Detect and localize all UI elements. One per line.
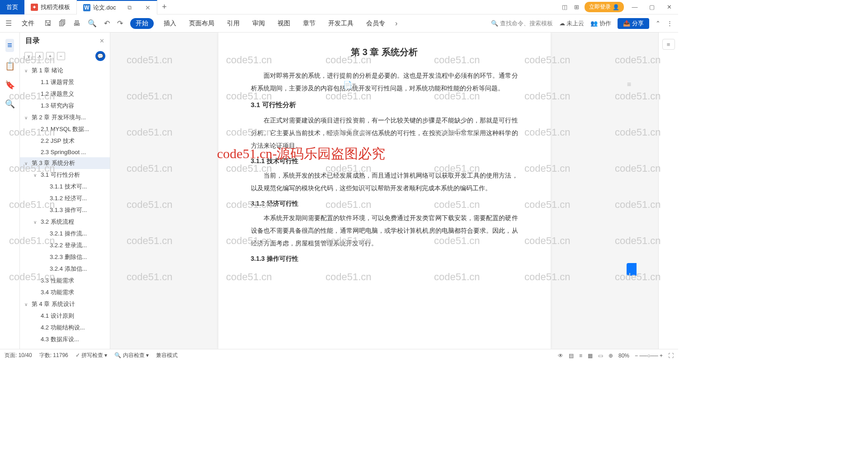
outline-node[interactable]: 3.4 功能需求 bbox=[20, 287, 110, 298]
outline-node[interactable]: 3.1.2 经济可... bbox=[20, 193, 110, 204]
outline-node[interactable]: 4.3 数据库设... bbox=[20, 334, 110, 345]
tab-document[interactable]: W 论文.doc ⧉ ✕ bbox=[77, 0, 157, 14]
tab-view[interactable]: 视图 bbox=[275, 19, 293, 28]
tab-start[interactable]: 开始 bbox=[130, 18, 154, 29]
outline-node[interactable]: 3.1.3 操作可... bbox=[20, 204, 110, 216]
tab-insert[interactable]: 插入 bbox=[161, 19, 179, 28]
outline-node[interactable]: 2.1 MYSQL 数据... bbox=[20, 123, 110, 135]
redo-icon[interactable]: ↷ bbox=[117, 19, 123, 28]
tab-chapter[interactable]: 章节 bbox=[300, 19, 318, 28]
content-check[interactable]: 🔍 内容检查 ▾ bbox=[114, 352, 149, 359]
maximize-button[interactable]: ▢ bbox=[646, 4, 658, 10]
outline-node[interactable]: ∨3.2 系统流程 bbox=[20, 216, 110, 228]
outline-node[interactable]: ∨第 4 章 系统设计 bbox=[20, 298, 110, 310]
replay-icon[interactable]: ⧉ bbox=[126, 4, 133, 11]
view-page-icon[interactable]: ▤ bbox=[569, 353, 574, 359]
outline-node[interactable]: 2.3 SpringBoot ... bbox=[20, 147, 110, 157]
close-outline-icon[interactable]: ✕ bbox=[99, 38, 104, 44]
outline-node[interactable]: 3.2.3 删除信... bbox=[20, 251, 110, 263]
collapse-one-icon[interactable]: − bbox=[57, 52, 65, 60]
collab-button[interactable]: 👥 协作 bbox=[590, 19, 611, 28]
doc-h3-1: 3.1 可行性分析 bbox=[251, 101, 518, 109]
eye-icon[interactable]: 👁 bbox=[558, 353, 563, 359]
window-close-button[interactable]: ✕ bbox=[663, 4, 675, 10]
page-icon[interactable]: 📄▾ bbox=[343, 80, 356, 89]
bookmark-icon[interactable]: 🔖 bbox=[5, 80, 15, 90]
login-button[interactable]: 立即登录👤 bbox=[585, 2, 624, 12]
cloud-status[interactable]: ☁ 未上云 bbox=[559, 19, 585, 28]
zoom-level[interactable]: 80% bbox=[618, 353, 629, 359]
close-icon[interactable]: ✕ bbox=[145, 4, 151, 11]
outline-node[interactable]: ∨第 3 章 系统分析 bbox=[20, 157, 110, 169]
outline-node[interactable]: 1.1 课题背景 bbox=[20, 76, 110, 88]
node-label: 第 3 章 系统分析 bbox=[32, 159, 75, 167]
file-menu[interactable]: 文件 bbox=[19, 19, 37, 28]
document-area: 📄▾ ≡ 第 3 章 系统分析 面对即将开发的系统，进行提前的分析是必要的。这也… bbox=[110, 33, 658, 349]
add-tab-button[interactable]: + bbox=[157, 2, 172, 12]
doc-h2: 第 3 章 系统分析 bbox=[251, 46, 518, 58]
node-label: 3.2.1 操作流... bbox=[50, 230, 87, 238]
chat-icon[interactable]: 💬 bbox=[95, 51, 105, 61]
collab-label: 协作 bbox=[599, 20, 611, 27]
spell-check[interactable]: ✓ 拼写检查 ▾ bbox=[75, 352, 108, 359]
tab-ref[interactable]: 引用 bbox=[224, 19, 242, 28]
tab-layout[interactable]: 页面布局 bbox=[186, 19, 217, 28]
outline-node[interactable]: 3.2.1 操作流... bbox=[20, 228, 110, 240]
search-command[interactable]: 🔍 查找命令、搜索模板 bbox=[491, 19, 553, 28]
outline-node[interactable]: 3.3 性能需求 bbox=[20, 275, 110, 287]
tab-review[interactable]: 审阅 bbox=[250, 19, 268, 28]
saveas-icon[interactable]: 🗐 bbox=[59, 19, 66, 28]
outline-node[interactable]: 1.3 研究内容 bbox=[20, 100, 110, 112]
page-counter[interactable]: 页面: 10/40 bbox=[5, 352, 32, 359]
node-label: 1.3 研究内容 bbox=[41, 102, 74, 110]
doc-p2: 在正式对需要建设的项目进行投资前，有一个比较关键的步骤是不能缺少的，那就是可行性… bbox=[251, 114, 518, 152]
ribbon-collapse-icon[interactable]: ⌃ bbox=[656, 20, 660, 27]
share-button[interactable]: 📤 分享 bbox=[618, 18, 649, 29]
node-label: 2.3 SpringBoot ... bbox=[41, 149, 86, 155]
outline-node[interactable]: ∨第 1 章 绪论 bbox=[20, 65, 110, 76]
doc-p1: 面对即将开发的系统，进行提前的分析是必要的。这也是开发流程中必须有的环节。通常分… bbox=[251, 69, 518, 94]
paper[interactable]: 第 3 章 系统分析 面对即将开发的系统，进行提前的分析是必要的。这也是开发流程… bbox=[218, 33, 551, 349]
save-icon[interactable]: 🖫 bbox=[44, 19, 52, 28]
menu-icon[interactable]: ☰ bbox=[5, 19, 12, 28]
outline-node[interactable]: 3.2.4 添加信... bbox=[20, 263, 110, 275]
right-toggle-icon[interactable]: ≡ bbox=[662, 39, 675, 50]
outline-node[interactable]: 3.1.1 技术可... bbox=[20, 181, 110, 193]
view-outline-icon[interactable]: ≡ bbox=[579, 353, 582, 359]
clipboard-icon[interactable]: 📋 bbox=[5, 61, 15, 71]
tab-member[interactable]: 会员专 bbox=[363, 19, 388, 28]
view-read-icon[interactable]: ▭ bbox=[598, 353, 603, 359]
outline-node[interactable]: 4.1 设计原则 bbox=[20, 310, 110, 322]
chevron-right-icon[interactable]: › bbox=[395, 19, 397, 28]
apps-icon[interactable]: ⊞ bbox=[573, 4, 580, 11]
outline-node[interactable]: 1.2 课题意义 bbox=[20, 88, 110, 100]
expand-all-icon[interactable]: ∧ bbox=[35, 52, 43, 60]
outline-node[interactable]: ∨第 2 章 开发环境与... bbox=[20, 112, 110, 123]
node-label: 2.1 MYSQL 数据... bbox=[41, 125, 89, 133]
minimize-button[interactable]: — bbox=[628, 4, 641, 10]
fullscreen-icon[interactable]: ⛶ bbox=[668, 353, 674, 359]
print-icon[interactable]: 🖶 bbox=[73, 19, 80, 28]
word-count[interactable]: 字数: 11796 bbox=[39, 352, 68, 359]
outline-node[interactable]: ∨3.1 可行性分析 bbox=[20, 169, 110, 181]
zoom-fit-icon[interactable]: ⊕ bbox=[609, 353, 613, 359]
view-web-icon[interactable]: ▦ bbox=[588, 353, 593, 359]
tab-template[interactable]: ✦找稻壳模板 bbox=[24, 0, 77, 14]
outline-icon[interactable]: ≡ bbox=[5, 39, 14, 52]
preview-icon[interactable]: 🔍 bbox=[88, 19, 97, 28]
outline-node[interactable]: 4.2 功能结构设... bbox=[20, 322, 110, 334]
zoom-out-icon[interactable]: − ──○── + bbox=[635, 353, 663, 359]
undo-icon[interactable]: ↶ bbox=[104, 19, 110, 28]
sidebar-toggle-icon[interactable]: ◫ bbox=[561, 4, 568, 11]
search-rail-icon[interactable]: 🔍 bbox=[5, 99, 15, 109]
outline-node[interactable]: 3.2.2 登录流... bbox=[20, 240, 110, 251]
paragraph-icon[interactable]: ≡ bbox=[627, 80, 631, 89]
expand-one-icon[interactable]: + bbox=[46, 52, 54, 60]
tab-dev[interactable]: 开发工具 bbox=[326, 19, 356, 28]
compat-mode[interactable]: 兼容模式 bbox=[156, 352, 178, 359]
tab-home[interactable]: 首页 bbox=[0, 0, 24, 14]
scroll-marker[interactable] bbox=[627, 263, 637, 276]
outline-node[interactable]: 2.2 JSP 技术 bbox=[20, 135, 110, 147]
more-icon[interactable]: ⋮ bbox=[667, 20, 673, 27]
collapse-all-icon[interactable]: ∨ bbox=[24, 52, 33, 60]
